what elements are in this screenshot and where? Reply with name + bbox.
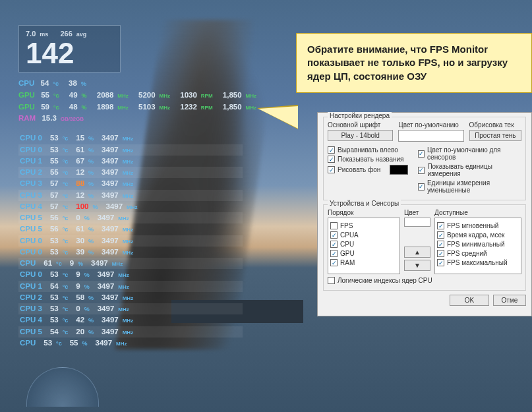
core-row: CPU 453°c42%3497MHz	[18, 314, 243, 326]
show-names-checkbox[interactable]	[328, 156, 335, 163]
align-left-checkbox[interactable]	[328, 146, 335, 154]
order-item-checkbox[interactable]	[330, 222, 338, 229]
core-row: CPU61°c9%3497MHz	[18, 258, 243, 269]
font-button[interactable]: Play - 14bold	[328, 130, 393, 141]
core-row: CPU53°c55%3497MHz	[18, 338, 243, 349]
callout-tooltip: Обратите внимание, что FPS Monitor показ…	[296, 33, 532, 93]
core-row: CPU 255°c12%3497MHz	[18, 167, 243, 178]
devices-sensors-group: Устройства и Сенсоры Порядок FPSCPUACPUG…	[323, 204, 526, 291]
sensor-color-swatch[interactable]	[404, 218, 430, 227]
core-row: CPU 154°c9%3497MHz	[18, 281, 243, 292]
core-row: CPU 253°c58%3497MHz	[18, 292, 243, 303]
order-item-checkbox[interactable]	[330, 259, 338, 266]
callout-text: Обратите внимание, что FPS Monitor показ…	[307, 44, 508, 82]
small-units-checkbox[interactable]	[418, 183, 425, 191]
core-row: CPU 053°c61%3497MHz	[18, 144, 243, 156]
core-row: CPU 357°c12%3497MHz	[18, 190, 243, 201]
fps-value: 142	[26, 39, 113, 68]
ok-button[interactable]: OK	[450, 295, 489, 306]
core-row: CPU 155°c67%3497MHz	[18, 156, 243, 167]
order-item-checkbox[interactable]	[330, 250, 338, 257]
default-color-input[interactable]	[398, 130, 463, 142]
render-settings-group: Настройки рендера Основной шрифт Play - …	[323, 117, 526, 200]
order-item-checkbox[interactable]	[330, 241, 338, 248]
core-row: CPU 556°c0%3497MHz	[18, 212, 243, 223]
core-row: CPU 554°c20%3497MHz	[18, 326, 243, 338]
available-list[interactable]: FPS мгновенныйВремя кадра, мсекFPS миним…	[434, 218, 521, 274]
cpu-cores-list: CPU 053°c15%3497MHzCPU 053°c61%3497MHzCP…	[18, 132, 243, 349]
avail-item-checkbox[interactable]	[437, 231, 444, 239]
sensor-color-checkbox[interactable]	[418, 150, 425, 158]
avail-item-checkbox[interactable]	[437, 241, 444, 248]
fps-overlay: 7.0ms 266avg 142 CPU 54°c 38% GPU 55°c 4…	[18, 25, 243, 349]
settings-dialog: Настройки рендера Основной шрифт Play - …	[317, 112, 532, 316]
fps-counter: 7.0ms 266avg 142	[18, 25, 121, 73]
order-item-checkbox[interactable]	[330, 231, 338, 239]
core-row: CPU 556°c61%3497MHz	[18, 223, 243, 235]
core-row: CPU 357°c88%3497MHz	[18, 178, 243, 189]
radar-widget	[26, 367, 99, 407]
core-row: CPU 457°c100%3497MHz	[18, 201, 243, 212]
outline-button[interactable]: Простая тень	[469, 130, 521, 141]
core-row: CPU 353°c0%3497MHz	[18, 303, 243, 314]
core-row: CPU 053°c39%3497MHz	[18, 247, 243, 258]
cancel-button[interactable]: Отме	[493, 295, 526, 306]
core-row: CPU 053°c9%3497MHz	[18, 269, 243, 280]
avail-item-checkbox[interactable]	[437, 259, 444, 266]
core-row: CPU 053°c30%3497MHz	[18, 235, 243, 247]
avail-item-checkbox[interactable]	[437, 222, 444, 229]
order-list[interactable]: FPSCPUACPUGPURAM	[328, 218, 400, 274]
move-up-button[interactable]: ▲	[404, 247, 430, 258]
logical-cores-checkbox[interactable]	[328, 277, 335, 284]
bg-color-swatch[interactable]	[390, 165, 408, 175]
draw-bg-checkbox[interactable]	[328, 166, 335, 173]
avail-item-checkbox[interactable]	[437, 250, 444, 257]
move-down-button[interactable]: ▼	[404, 260, 430, 271]
core-row: CPU 053°c15%3497MHz	[18, 132, 243, 144]
summary-panel: CPU 54°c 38% GPU 55°c 49% 2088MHz 5200MH…	[18, 78, 243, 125]
show-units-checkbox[interactable]	[418, 167, 425, 174]
